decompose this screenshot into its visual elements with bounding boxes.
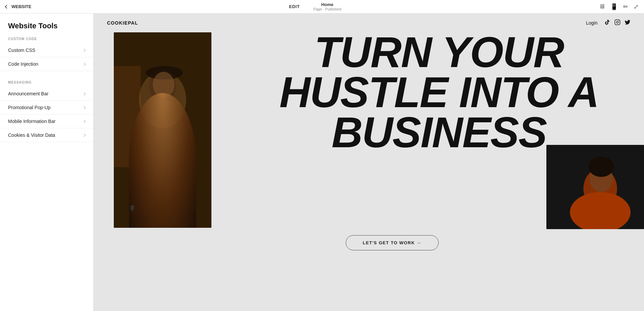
custom-css-label: Custom CSS	[8, 48, 35, 53]
headline-line2: HUSTLE INTO A	[279, 72, 599, 112]
preview-area: COOKIEPAL Login	[94, 13, 644, 311]
sidebar-item-announcement-bar[interactable]: Announcement Bar	[0, 87, 93, 101]
back-nav[interactable]: WEBSITE	[5, 4, 31, 9]
pen-icon[interactable]: ✏	[623, 3, 628, 10]
preview-logo: COOKIEPAL	[107, 20, 138, 26]
top-bar: WEBSITE EDIT Home Page · Published 🖥 📱 ✏…	[0, 0, 644, 13]
page-info: Home Page · Published	[313, 2, 341, 11]
headline-line1: TURN YOUR	[279, 32, 599, 72]
page-status: Page · Published	[313, 7, 341, 11]
mobile-information-bar-label: Mobile Information Bar	[8, 119, 56, 124]
preview-nav-icons	[604, 19, 631, 27]
chevron-right-icon	[82, 62, 86, 66]
announcement-bar-label: Announcement Bar	[8, 91, 48, 96]
section-custom-code: CUSTOM CODE Custom CSS Code Injection	[0, 37, 93, 71]
edit-button[interactable]: EDIT	[289, 4, 300, 9]
website-preview: COOKIEPAL Login	[94, 13, 644, 311]
expand-icon[interactable]: ⤢	[634, 3, 639, 10]
svg-rect-14	[546, 145, 644, 229]
sidebar-item-promotional-popup[interactable]: Promotional Pop-Up	[0, 101, 93, 115]
preview-nav-right: Login	[586, 19, 631, 27]
section-label-custom-code: CUSTOM CODE	[0, 37, 93, 43]
preview-nav-login: Login	[586, 20, 598, 26]
section-messaging: MESSAGING Announcement Bar Promotional P…	[0, 81, 93, 142]
preview-nav: COOKIEPAL Login	[94, 13, 644, 32]
svg-rect-8	[114, 66, 141, 167]
promotional-popup-label: Promotional Pop-Up	[8, 105, 50, 110]
chevron-right-icon	[82, 133, 86, 137]
hero-section: TURN YOUR HUSTLE INTO A BUSINESS	[94, 13, 644, 311]
svg-rect-0	[615, 20, 620, 25]
instagram-icon	[614, 19, 620, 27]
cta-button[interactable]: LET'S GET TO WORK →	[345, 235, 438, 250]
cookies-visitor-data-label: Cookies & Visitor Data	[8, 132, 55, 138]
chevron-right-icon	[82, 92, 86, 95]
sidebar: Website Tools CUSTOM CODE Custom CSS Cod…	[0, 13, 94, 311]
page-title: Home	[313, 2, 341, 7]
hero-headline: TURN YOUR HUSTLE INTO A BUSINESS	[279, 32, 599, 152]
mobile-icon[interactable]: 📱	[610, 3, 618, 10]
tiktok-icon	[604, 19, 610, 27]
person-right-image	[546, 145, 644, 229]
code-injection-label: Code Injection	[8, 61, 38, 67]
back-label: WEBSITE	[11, 4, 31, 9]
person-left-image	[114, 32, 211, 228]
sidebar-title: Website Tools	[0, 22, 93, 37]
main-layout: Website Tools CUSTOM CODE Custom CSS Cod…	[0, 13, 644, 311]
sidebar-item-custom-css[interactable]: Custom CSS	[0, 43, 93, 57]
back-chevron-icon	[5, 5, 8, 8]
section-label-messaging: MESSAGING	[0, 81, 93, 87]
top-bar-right: 🖥 📱 ✏ ⤢	[599, 3, 639, 10]
twitter-icon	[624, 19, 631, 27]
sidebar-item-mobile-information-bar[interactable]: Mobile Information Bar	[0, 115, 93, 128]
chevron-right-icon	[82, 106, 86, 109]
desktop-icon[interactable]: 🖥	[599, 3, 605, 10]
sidebar-item-code-injection[interactable]: Code Injection	[0, 57, 93, 71]
sidebar-item-cookies-visitor-data[interactable]: Cookies & Visitor Data	[0, 128, 93, 142]
chevron-right-icon	[82, 49, 86, 52]
chevron-right-icon	[82, 120, 86, 123]
